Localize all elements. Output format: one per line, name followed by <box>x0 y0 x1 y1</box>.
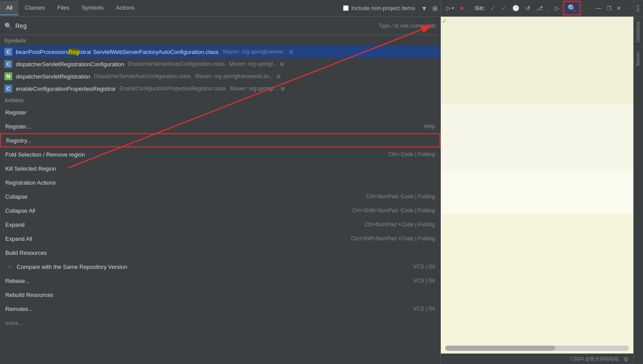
right-content-area: ✓ <box>441 17 633 364</box>
action-build-resources[interactable]: Build Resources <box>0 246 440 260</box>
actions-section-header: Actions <box>0 95 440 105</box>
search-box: 🔍 Type / to see commands <box>0 17 440 35</box>
csdn-watermark: CSDN @鲁大师啦啦啦 <box>570 356 619 362</box>
symbol-source: Maven: org.springframew... <box>223 49 286 55</box>
tabs-row: All Classes Files Symbols Actions Includ… <box>0 0 440 17</box>
action-register[interactable]: Register <box>0 105 440 119</box>
action-register-dialog[interactable]: Register... Help <box>0 119 440 133</box>
db-icon: ⊞ <box>276 74 280 79</box>
symbol-source: Maven: org.springf... <box>229 61 277 67</box>
search-everywhere-button[interactable]: 🔍 <box>563 1 581 15</box>
settings-gear-icon[interactable]: ⚙ <box>623 356 629 363</box>
symbol-file: EnableConfigurationPropertiesRegistrar.c… <box>119 86 225 92</box>
git-revert-icon: ↺ <box>525 5 530 11</box>
side-tab-database[interactable]: Database <box>634 17 643 46</box>
search-everywhere-icon: 🔍 <box>568 4 576 12</box>
action-registry[interactable]: Registry... <box>0 133 440 147</box>
git-branches-button[interactable]: ⎇ <box>534 4 545 13</box>
git-branches-icon: ⎇ <box>536 5 543 11</box>
symbol-row[interactable]: C enableConfigurationPropertiesRegistrar… <box>0 82 440 95</box>
symbol-icon-c: C <box>4 85 12 93</box>
search-input[interactable] <box>15 22 379 29</box>
db-icon: ⊞ <box>289 49 293 55</box>
editor-bot-area <box>441 170 633 214</box>
action-expand[interactable]: Expand Ctrl+NumPad + Code | Folding <box>0 218 440 232</box>
toolbar-separator <box>549 4 549 13</box>
include-non-project-checkbox[interactable] <box>343 5 349 11</box>
symbols-section-header: Symbols <box>0 35 440 46</box>
chevron-down-icon: ▾ <box>452 6 454 11</box>
action-more[interactable]: more... <box>0 316 440 330</box>
git-check-button[interactable]: ✓ <box>499 4 508 13</box>
toolbar-separator <box>469 4 470 13</box>
right-panel: — ❐ ✕ ▷ ▾ ■ Git: ✓ ✓ 🕐 ↺ ⎇ ▷ <box>441 0 633 364</box>
db-icon: ⊞ <box>281 86 285 92</box>
action-expand-all[interactable]: Expand All Ctrl+Shift+NumPad + Code | Fo… <box>0 232 440 246</box>
tab-all[interactable]: All <box>0 1 18 15</box>
side-tab-ant[interactable]: Ant <box>634 0 643 17</box>
git-revert-button[interactable]: ↺ <box>523 4 532 13</box>
git-push-icon: ✓ <box>490 5 495 11</box>
run-config-icon: ▷ <box>447 5 451 11</box>
vcs-icon: ↔ <box>5 263 14 270</box>
symbol-icon-c: C <box>4 48 12 56</box>
symbol-file: DispatcherServletAutoConfiguration.class <box>94 73 191 79</box>
git-push-button[interactable]: ✓ <box>488 4 497 13</box>
tab-files[interactable]: Files <box>51 1 75 15</box>
symbol-source: Maven: org.springframework.bo... <box>195 73 274 79</box>
action-rebuild-resources[interactable]: Rebuild Resources <box>0 288 440 302</box>
symbol-row[interactable]: M dispatcherServletRegistration Dispatch… <box>0 70 440 82</box>
stop-button[interactable]: ■ <box>458 4 466 13</box>
symbol-icon-c: C <box>4 60 12 68</box>
git-history-button[interactable]: 🕐 <box>510 4 522 13</box>
editor-top-area <box>441 17 633 104</box>
run-button[interactable]: ▷ <box>553 4 561 13</box>
maximize-button[interactable]: ❐ <box>604 4 614 13</box>
symbol-row[interactable]: C dispatcherServletRegistrationConfigura… <box>0 58 440 70</box>
stop-icon: ■ <box>460 5 464 11</box>
symbol-name: enableConfigurationPropertiesRegistrar <box>16 86 116 92</box>
include-non-project-label[interactable]: Include non-project items <box>343 5 415 11</box>
side-tabs-panel: Ant Database Maven <box>633 0 643 364</box>
tab-classes[interactable]: Classes <box>18 1 51 15</box>
action-collapse[interactable]: Collapse Ctrl+NumPad - Code | Folding <box>0 189 440 203</box>
settings-button[interactable]: ⊞ <box>430 3 440 14</box>
bottom-bar: CSDN @鲁大师啦啦啦 ⚙ <box>441 353 633 364</box>
action-collapse-all[interactable]: Collapse All Ctrl+Shift+NumPad - Code | … <box>0 203 440 218</box>
run-icon: ▷ <box>555 5 559 11</box>
search-icon: 🔍 <box>4 22 12 29</box>
symbol-icon-m: M <box>4 72 12 80</box>
close-button[interactable]: ✕ <box>614 4 624 13</box>
minimize-button[interactable]: — <box>593 4 604 13</box>
action-compare-repo[interactable]: ↔ Compare with the Same Repository Versi… <box>0 260 440 274</box>
symbol-source: Maven: org.springf... <box>230 86 278 92</box>
symbol-name: beanPostProcessorsRegistrar ServletWebSe… <box>16 49 218 55</box>
editor-mid-area <box>441 104 633 170</box>
action-kill-selected[interactable]: Kill Selected Region <box>0 161 440 175</box>
git-status-checkmark: ✓ <box>442 18 447 25</box>
git-history-icon: 🕐 <box>512 5 519 11</box>
symbol-name: dispatcherServletRegistration <box>16 73 90 80</box>
actions-list: Register Register... Help Registry... Fo… <box>0 105 440 364</box>
db-icon: ⊞ <box>280 61 284 67</box>
action-rebase[interactable]: Rebase... VCS | Git <box>0 274 440 288</box>
search-hint: Type / to see commands <box>379 23 436 29</box>
side-tab-maven[interactable]: Maven <box>634 46 643 70</box>
action-registration-actions[interactable]: Registration Actions <box>0 175 440 189</box>
filter-button[interactable]: ▼ <box>418 3 430 14</box>
git-check-icon: ✓ <box>501 5 506 11</box>
tab-actions[interactable]: Actions <box>110 1 141 15</box>
symbol-file: DispatcherServletAutoConfiguration.class <box>128 61 225 67</box>
action-remotes[interactable]: Remotes... VCS | Git <box>0 302 440 316</box>
run-config-button[interactable]: ▷ ▾ <box>444 4 456 13</box>
symbol-name: dispatcherServletRegistrationConfigurati… <box>16 61 124 68</box>
tab-symbols[interactable]: Symbols <box>75 1 110 15</box>
symbol-row[interactable]: C beanPostProcessorsRegistrar ServletWeb… <box>0 46 440 58</box>
search-panel: All Classes Files Symbols Actions Includ… <box>0 0 441 364</box>
action-fold-selection[interactable]: Fold Selection / Remove region Ctrl+. Co… <box>0 147 440 161</box>
git-label: Git: <box>475 5 485 11</box>
